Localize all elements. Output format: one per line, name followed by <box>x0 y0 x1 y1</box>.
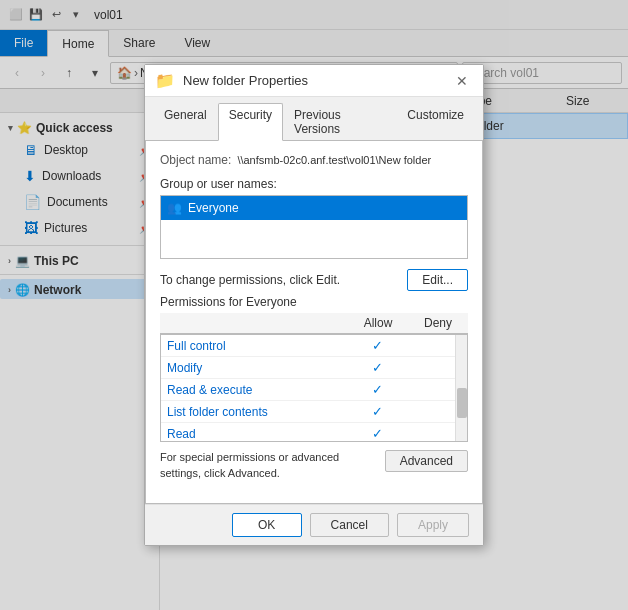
object-name-value: \\anfsmb-02c0.anf.test\vol01\New folder <box>237 154 431 166</box>
perm-row-list-folder: List folder contents ✓ <box>161 401 467 423</box>
perms-deny-header: Deny <box>408 313 468 333</box>
special-perms-row: For special permissions or advanced sett… <box>160 450 468 491</box>
perm-name-read-execute: Read & execute <box>161 383 347 397</box>
tab-customize[interactable]: Customize <box>396 103 475 140</box>
edit-row: To change permissions, click Edit. Edit.… <box>160 269 468 291</box>
perm-row-read-execute: Read & execute ✓ <box>161 379 467 401</box>
special-perms-text: For special permissions or advanced sett… <box>160 450 375 481</box>
group-list[interactable]: 👥 Everyone <box>160 195 468 259</box>
perm-allow-full-control: ✓ <box>347 338 407 353</box>
dialog-content: Object name: \\anfsmb-02c0.anf.test\vol0… <box>145 141 483 504</box>
perm-name-full-control: Full control <box>161 339 347 353</box>
dialog-tabs: General Security Previous Versions Custo… <box>145 97 483 141</box>
permissions-table-container: Allow Deny Full control ✓ Modify ✓ <box>160 313 468 442</box>
group-item-name: Everyone <box>188 201 239 215</box>
permissions-header: Permissions for Everyone <box>160 295 468 309</box>
perms-name-header <box>160 313 348 333</box>
perm-name-list-folder: List folder contents <box>161 405 347 419</box>
group-item-everyone[interactable]: 👥 Everyone <box>161 196 467 220</box>
perm-row-modify: Modify ✓ <box>161 357 467 379</box>
group-item-icon: 👥 <box>167 201 182 215</box>
perms-allow-header: Allow <box>348 313 408 333</box>
advanced-button[interactable]: Advanced <box>385 450 468 472</box>
modal-overlay: 📁 New folder Properties ✕ General Securi… <box>0 0 628 610</box>
perms-header: Allow Deny <box>160 313 468 334</box>
perm-name-modify: Modify <box>161 361 347 375</box>
properties-dialog: 📁 New folder Properties ✕ General Securi… <box>144 64 484 546</box>
cancel-button[interactable]: Cancel <box>310 513 389 537</box>
change-perms-text: To change permissions, click Edit. <box>160 273 340 287</box>
object-name-row: Object name: \\anfsmb-02c0.anf.test\vol0… <box>160 153 468 167</box>
dialog-title-text: New folder Properties <box>183 73 443 88</box>
edit-button[interactable]: Edit... <box>407 269 468 291</box>
scrollbar-thumb <box>457 388 467 418</box>
dialog-title-bar: 📁 New folder Properties ✕ <box>145 65 483 97</box>
perms-body[interactable]: Full control ✓ Modify ✓ Read & execute ✓ <box>160 334 468 442</box>
perm-allow-read: ✓ <box>347 426 407 441</box>
object-name-label: Object name: <box>160 153 231 167</box>
ok-button[interactable]: OK <box>232 513 302 537</box>
apply-button: Apply <box>397 513 469 537</box>
group-label: Group or user names: <box>160 177 468 191</box>
perms-scrollbar[interactable] <box>455 335 467 441</box>
tab-security[interactable]: Security <box>218 103 283 141</box>
perm-allow-modify: ✓ <box>347 360 407 375</box>
dialog-footer: OK Cancel Apply <box>145 504 483 545</box>
perm-allow-read-execute: ✓ <box>347 382 407 397</box>
perm-name-read: Read <box>161 427 347 441</box>
perm-row-read: Read ✓ <box>161 423 467 442</box>
perm-allow-list-folder: ✓ <box>347 404 407 419</box>
dialog-title-icon: 📁 <box>155 71 175 90</box>
tab-general[interactable]: General <box>153 103 218 140</box>
perm-row-full-control: Full control ✓ <box>161 335 467 357</box>
tab-previous-versions[interactable]: Previous Versions <box>283 103 396 140</box>
group-section: Group or user names: 👥 Everyone <box>160 177 468 259</box>
dialog-close-button[interactable]: ✕ <box>451 70 473 92</box>
